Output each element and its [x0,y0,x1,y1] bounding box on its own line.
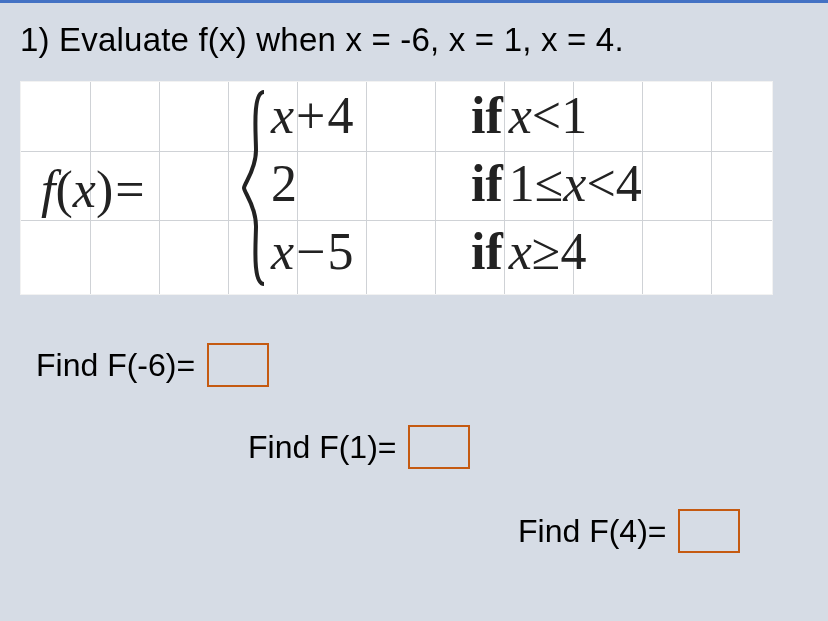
answer-input-2[interactable] [408,425,470,469]
piecewise-function-image: f(x)= x+4 ifx<1 2 if1≤x<4 x−5 ifx≥4 [20,81,773,295]
function-lhs: f(x)= [41,160,151,219]
piece-expr-1: x+4 [271,86,461,145]
answer-row-1: Find F(-6)= [36,343,269,387]
answer-input-3[interactable] [678,509,740,553]
answer-input-1[interactable] [207,343,269,387]
piece-expr-2: 2 [271,154,461,213]
answer-label-1: Find F(-6)= [36,347,195,384]
answer-row-3: Find F(4)= [518,509,740,553]
piece-cond-3: ifx≥4 [471,222,586,281]
left-brace [242,90,268,286]
answer-label-3: Find F(4)= [518,513,666,550]
answer-row-2: Find F(1)= [248,425,470,469]
question-prompt: 1) Evaluate f(x) when x = -6, x = 1, x =… [20,21,808,59]
piece-expr-3: x−5 [271,222,461,281]
answer-label-2: Find F(1)= [248,429,396,466]
piece-cond-1: ifx<1 [471,86,587,145]
piece-cond-2: if1≤x<4 [471,154,642,213]
